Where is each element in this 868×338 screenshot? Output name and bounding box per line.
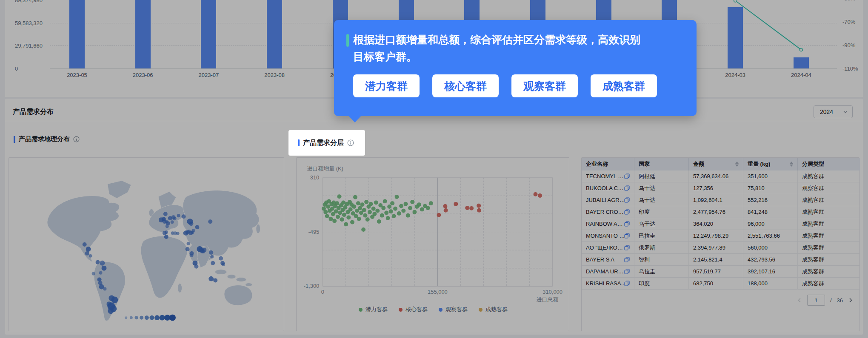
info-icon[interactable]	[347, 139, 354, 146]
tour-tooltip: 根据进口额增量和总额，综合评估并区分需求等级，高效识别 目标客户群。 潜力客群 …	[334, 20, 697, 116]
tooltip-buttons: 潜力客群 核心客群 观察客群 成熟客群	[353, 74, 657, 97]
segment-button-watch[interactable]: 观察客群	[511, 74, 578, 97]
tooltip-arrow	[348, 115, 362, 122]
segment-button-core[interactable]: 核心客群	[432, 74, 499, 97]
segment-button-potential[interactable]: 潜力客群	[353, 74, 420, 97]
segment-button-mature[interactable]: 成熟客群	[591, 74, 657, 97]
dashboard-page: 2023-052023-062023-072023-082023-092023-…	[0, 0, 868, 338]
tour-spotlight: 产品需求分层	[288, 130, 365, 156]
tooltip-accent-bar	[346, 34, 349, 47]
strat-panel-title-text: 产品需求分层	[303, 139, 344, 148]
title-accent-bar	[298, 139, 300, 146]
tooltip-text-line2: 目标客户群。	[353, 48, 685, 65]
tooltip-text-line1: 根据进口额增量和总额，综合评估并区分需求等级，高效识别	[353, 31, 685, 48]
